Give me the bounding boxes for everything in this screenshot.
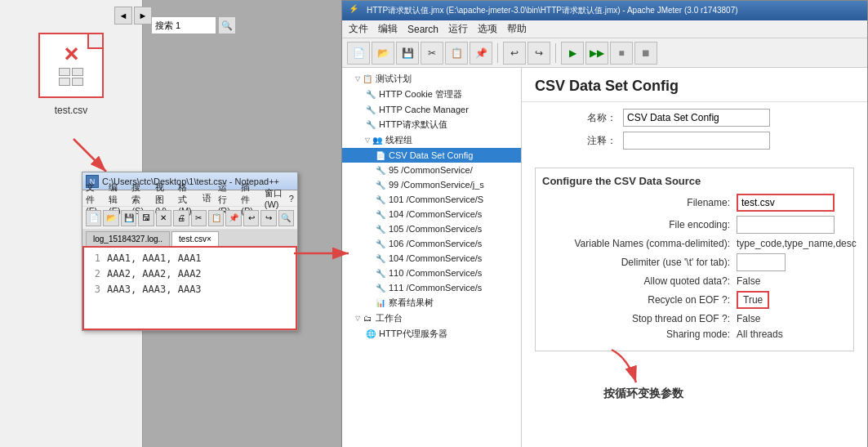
tree-item-104b[interactable]: 🔧 104 /CommonService/s [342, 251, 521, 266]
tree-label-95: 95 /CommonService/ [389, 165, 473, 175]
notepad-window: N C:\Users\ctc\Desktop\1\test.csv - Note… [82, 172, 298, 331]
excel-x-icon: ✕ [63, 45, 79, 65]
tree-item-106[interactable]: 🔧 106 /CommonService/s [342, 236, 521, 251]
tab-testcsv[interactable]: test.csv× [171, 231, 219, 246]
tb-new[interactable]: 📄 [347, 42, 370, 65]
tree-label-106: 106 /CommonService/s [389, 239, 482, 248]
tb-start-no-pause[interactable]: ▶▶ [585, 42, 608, 65]
tree-label-proxy: HTTP代理服务器 [379, 328, 447, 340]
search-input[interactable] [151, 16, 216, 34]
config-row-recycle: Recycle on EOF ?: True [542, 291, 847, 309]
toolbar-find[interactable]: 🔍 [278, 210, 294, 226]
tb-save[interactable]: 💾 [396, 42, 419, 65]
jmeter-menu-search[interactable]: Search [407, 24, 438, 35]
filename-input[interactable] [737, 194, 835, 212]
item-106-icon: 🔧 [375, 238, 386, 249]
jmeter-menu-help[interactable]: 帮助 [507, 22, 527, 36]
tb-paste[interactable]: 📌 [470, 42, 492, 65]
grid-cell-2 [72, 68, 83, 76]
forward-button[interactable]: ► [134, 7, 152, 25]
tb-redo[interactable]: ↪ [527, 42, 550, 65]
tree-label-test-plan: 测试计划 [376, 73, 412, 85]
toolbar-paste[interactable]: 📌 [225, 210, 241, 226]
jmeter-titlebar: ⚡ HTTP请求默认值.jmx (E:\apache-jmeter-3.0\bi… [342, 1, 867, 20]
toolbar-redo[interactable]: ↪ [260, 210, 276, 226]
tree-item-99[interactable]: 🔧 99 /CommonService/j_s [342, 177, 521, 192]
name-input[interactable] [623, 109, 770, 127]
tree-item-cache[interactable]: 🔧 HTTP Cache Manager [342, 102, 521, 117]
tb-stop[interactable]: ■ [610, 42, 633, 65]
tree-label-104b: 104 /CommonService/s [389, 253, 482, 263]
tree-item-workbench[interactable]: ▽ 🗂 工作台 [342, 311, 521, 326]
comment-input[interactable] [623, 132, 770, 150]
file-label: test.csv [55, 105, 88, 116]
toolbar-open[interactable]: 📂 [103, 210, 118, 226]
delimiter-input[interactable] [737, 253, 786, 271]
menu-window[interactable]: 窗口(W) [265, 187, 283, 209]
tree-label-workbench: 工作台 [376, 312, 403, 324]
item-110-icon: 🔧 [375, 267, 386, 279]
jmeter-title-text: HTTP请求默认值.jmx (E:\apache-jmeter-3.0\bin\… [367, 5, 738, 16]
toolbar-save[interactable]: 💾 [121, 210, 136, 226]
tb-open[interactable]: 📂 [372, 42, 394, 65]
tb-copy[interactable]: 📋 [445, 42, 468, 65]
arrow-to-jmeter [290, 237, 355, 270]
tree-item-95[interactable]: 🔧 95 /CommonService/ [342, 163, 521, 177]
tb-start[interactable]: ▶ [561, 42, 584, 65]
tab-log[interactable]: log_15184327.log.. [86, 231, 170, 246]
item-104a-icon: 🔧 [375, 208, 386, 220]
recycle-eof-value: True [737, 291, 769, 309]
tree-item-cookie[interactable]: 🔧 HTTP Cookie 管理器 [342, 87, 521, 102]
tree-item-proxy[interactable]: 🌐 HTTP代理服务器 [342, 326, 521, 342]
menu-help[interactable]: ? [289, 194, 294, 203]
toolbar-separator-2 [555, 43, 556, 63]
item-101-icon: 🔧 [375, 194, 386, 205]
tb-cut[interactable]: ✂ [421, 42, 443, 65]
notepad-tabs: log_15184327.log.. test.csv× [82, 230, 297, 246]
jmeter-menu-options[interactable]: 选项 [478, 22, 497, 36]
toolbar-close[interactable]: ✕ [156, 210, 171, 226]
tree-label-101: 101 /CommonService/S [389, 194, 483, 204]
jmeter-menu-edit[interactable]: 编辑 [378, 22, 398, 36]
tree-item-result-tree[interactable]: 📊 察看结果树 [342, 295, 521, 311]
search-button[interactable]: 🔍 [218, 16, 236, 34]
menu-language[interactable]: 语 [203, 192, 211, 204]
content-panel: CSV Data Set Config 名称： 注释： Configure th… [522, 68, 867, 447]
tree-item-thread-group[interactable]: ▽ 👥 线程组 [342, 132, 521, 148]
toolbar-undo[interactable]: ↩ [243, 210, 259, 226]
svg-line-1 [73, 139, 106, 172]
item-104b-icon: 🔧 [375, 253, 386, 264]
tree-item-110[interactable]: 🔧 110 /CommonService/s [342, 266, 521, 280]
toolbar-new[interactable]: 📄 [86, 210, 101, 226]
tree-item-101[interactable]: 🔧 101 /CommonService/S [342, 192, 521, 207]
item-105-icon: 🔧 [375, 223, 386, 235]
tree-item-http-default[interactable]: 🔧 HTTP请求默认值 [342, 117, 521, 132]
tree-item-csv-config[interactable]: 📄 CSV Data Set Config [342, 148, 521, 163]
sharing-value: All threads [737, 329, 783, 340]
back-button[interactable]: ◄ [114, 7, 132, 25]
jmeter-menu-run[interactable]: 运行 [448, 22, 468, 36]
notepad-content: 1 AAA1, AAA1, AAA1 2 AAA2, AAA2, AAA2 3 … [82, 246, 297, 330]
cookie-icon: 🔧 [365, 89, 376, 101]
toolbar-saveall[interactable]: 🖫 [138, 210, 154, 226]
tree-item-105[interactable]: 🔧 105 /CommonService/s [342, 221, 521, 236]
tree-label-cache: HTTP Cache Manager [379, 105, 469, 114]
line-num-2: 2 [91, 266, 100, 282]
toolbar-print[interactable]: 🖨 [173, 210, 189, 226]
tree-item-111[interactable]: 🔧 111 /CommonService/s [342, 280, 521, 295]
form-row-comment: 注释： [535, 132, 854, 150]
tree-item-test-plan[interactable]: ▽ 📋 测试计划 [342, 71, 521, 87]
tree-label-99: 99 /CommonService/j_s [389, 180, 484, 190]
jmeter-menu-file[interactable]: 文件 [349, 22, 368, 36]
notepad-line-1: 1 AAA1, AAA1, AAA1 [91, 251, 289, 266]
config-row-sharing: Sharing mode: All threads [542, 329, 847, 340]
tree-label-111: 111 /CommonService/s [389, 283, 482, 293]
toolbar-copy[interactable]: 📋 [208, 210, 224, 226]
comment-label: 注释： [535, 134, 617, 148]
tb-undo[interactable]: ↩ [503, 42, 526, 65]
tree-label-cookie: HTTP Cookie 管理器 [379, 88, 462, 101]
tb-shutdown[interactable]: ⏹ [634, 42, 657, 65]
toolbar-cut[interactable]: ✂ [191, 210, 207, 226]
encoding-input[interactable] [737, 216, 835, 234]
tree-item-104a[interactable]: 🔧 104 /CommonService/s [342, 207, 521, 221]
